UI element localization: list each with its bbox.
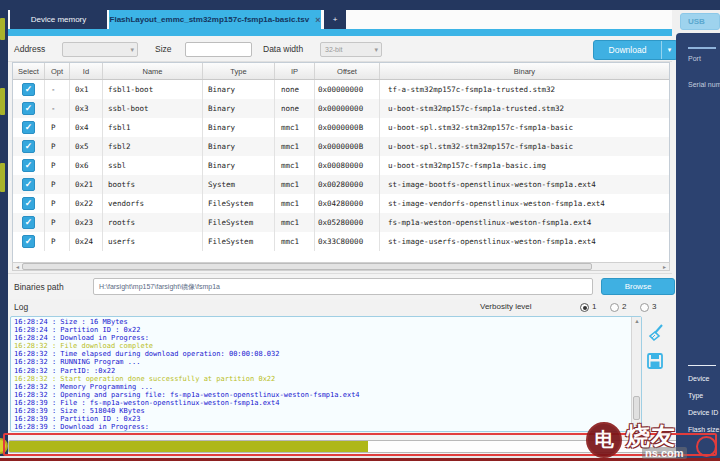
cell-offset: 0x00000000 bbox=[315, 80, 380, 99]
col-header-ip[interactable]: IP bbox=[275, 63, 315, 79]
table-row[interactable]: ✓P0x22vendorfsFileSystemmmc10x04280000st… bbox=[13, 194, 669, 213]
table-row[interactable]: ✓-0x3ssbl-bootBinarynone0x00000000u-boot… bbox=[13, 99, 669, 118]
size-input[interactable] bbox=[185, 42, 252, 57]
left-icon-fragment bbox=[0, 163, 5, 192]
tab-add[interactable]: + bbox=[324, 10, 346, 29]
table-row[interactable]: ✓P0x6ssblBinarymmc10x00080000u-boot-stm3… bbox=[13, 156, 669, 175]
cell-binary: u-boot-spl.stm32-stm32mp157c-fsmp1a-basi… bbox=[380, 118, 669, 137]
verbosity-radio-3[interactable] bbox=[640, 303, 649, 312]
row-checkbox[interactable]: ✓ bbox=[22, 159, 35, 172]
scroll-up-icon[interactable]: ▲ bbox=[632, 317, 642, 326]
row-checkbox[interactable]: ✓ bbox=[22, 140, 35, 153]
hscrollbar-thumb[interactable] bbox=[22, 263, 592, 270]
chevron-down-icon: ▾ bbox=[130, 46, 134, 54]
broom-icon bbox=[646, 322, 668, 344]
cell-name: fsbl1-boot bbox=[103, 80, 203, 99]
cell-opt: P bbox=[45, 156, 70, 175]
scroll-left-icon[interactable]: ◂ bbox=[13, 263, 22, 270]
log-scrollbar-thumb[interactable] bbox=[633, 396, 640, 420]
log-line: 16:28:24 : Partition ID : 0x22 bbox=[14, 326, 629, 334]
verbosity-radio-2[interactable] bbox=[610, 303, 619, 312]
table-row[interactable]: ✓-0x1fsbl1-bootBinarynone0x00000000tf-a-… bbox=[13, 80, 669, 99]
serial-number-label: Serial numb bbox=[688, 81, 720, 88]
scroll-down-icon[interactable]: ▼ bbox=[632, 422, 642, 431]
log-line: 16:28:32 : RUNNING Program ... bbox=[14, 358, 629, 366]
row-checkbox[interactable]: ✓ bbox=[22, 121, 35, 134]
usb-interface-select[interactable]: USB bbox=[680, 13, 720, 30]
tab-flashlayout[interactable]: FlashLayout_emmc_stm32mp157c-fsmp1a-basi… bbox=[109, 10, 321, 29]
download-button[interactable]: Download ▾ bbox=[593, 40, 678, 60]
row-checkbox[interactable]: ✓ bbox=[22, 102, 35, 115]
cell-opt: - bbox=[45, 80, 70, 99]
cell-name: bootfs bbox=[103, 175, 203, 194]
progress-bar bbox=[8, 440, 687, 453]
log-scrollbar[interactable]: ▲ ▼ bbox=[631, 317, 641, 431]
row-checkbox[interactable]: ✓ bbox=[22, 178, 35, 191]
cell-opt: P bbox=[45, 118, 70, 137]
stm32cubeprogrammer-window: Device memory FlashLayout_emmc_stm32mp15… bbox=[0, 0, 720, 461]
panel-divider bbox=[688, 47, 716, 49]
table-row[interactable]: ✓P0x4fsbl1Binarymmc10x0000000Bu-boot-spl… bbox=[13, 118, 669, 137]
cell-id: 0x23 bbox=[70, 213, 103, 232]
table-row[interactable]: ✓P0x21bootfsSystemmmc10x00280000st-image… bbox=[13, 175, 669, 194]
address-select[interactable]: ▾ bbox=[62, 42, 138, 57]
cell-ip: none bbox=[275, 80, 315, 99]
log-line: 16:28:32 : Memory Programming ... bbox=[14, 383, 629, 391]
cell-name: vendorfs bbox=[103, 194, 203, 213]
binaries-path-row: Binaries path H:\farsight\mp157\farsight… bbox=[8, 273, 672, 299]
binaries-path-input[interactable]: H:\farsight\mp157\farsight\镜像\fsmp1a bbox=[93, 278, 593, 295]
col-header-type[interactable]: Type bbox=[203, 63, 275, 79]
table-row[interactable]: ✓P0x23rootfsFileSystemmmc10x05280000fs-m… bbox=[13, 213, 669, 232]
cell-binary: u-boot-stm32mp157c-fsmp1a-trusted.stm32 bbox=[380, 99, 669, 118]
clear-log-button[interactable] bbox=[646, 322, 670, 346]
cell-offset: 0x33C80000 bbox=[315, 232, 380, 251]
col-header-id[interactable]: Id bbox=[70, 63, 103, 79]
download-dropdown-arrow[interactable]: ▾ bbox=[661, 41, 677, 59]
tab-device-memory[interactable]: Device memory bbox=[10, 10, 107, 29]
address-label: Address bbox=[14, 44, 45, 54]
row-checkbox[interactable]: ✓ bbox=[22, 197, 35, 210]
table-hscrollbar[interactable]: ◂ ▸ bbox=[12, 262, 670, 271]
table-row[interactable]: ✓P0x5fsbl2Binarymmc10x0000000Bu-boot-spl… bbox=[13, 137, 669, 156]
scroll-right-icon[interactable]: ▸ bbox=[660, 263, 669, 270]
col-header-opt[interactable]: Opt bbox=[45, 63, 70, 79]
row-checkbox[interactable]: ✓ bbox=[22, 235, 35, 248]
accent-band bbox=[8, 29, 672, 36]
log-line: 16:28:32 : Start operation done successf… bbox=[14, 375, 629, 383]
col-header-binary[interactable]: Binary bbox=[380, 63, 669, 79]
log-actions bbox=[646, 322, 672, 392]
table-row[interactable]: ✓P0x24userfsFileSystemmmc10x33C80000st-i… bbox=[13, 232, 669, 251]
verbosity-radio-1[interactable] bbox=[580, 303, 589, 312]
cell-ip: none bbox=[275, 99, 315, 118]
cell-ip: mmc1 bbox=[275, 232, 315, 251]
tab-bar: Device memory FlashLayout_emmc_stm32mp15… bbox=[8, 10, 672, 29]
log-output[interactable]: 16:28:24 : Size : 16 MBytes16:28:24 : Pa… bbox=[10, 316, 642, 432]
log-label: Log bbox=[14, 302, 28, 312]
cell-offset: 0x00000000 bbox=[315, 99, 380, 118]
browse-button[interactable]: Browse bbox=[601, 278, 675, 295]
log-lines: 16:28:24 : Size : 16 MBytes16:28:24 : Pa… bbox=[14, 318, 629, 431]
panel-divider bbox=[688, 365, 716, 366]
col-header-offset[interactable]: Offset bbox=[315, 63, 380, 79]
data-width-select[interactable]: 32-bit ▾ bbox=[320, 42, 382, 57]
col-header-select[interactable]: Select bbox=[13, 63, 45, 79]
log-line: 16:28:39 : Partition ID : 0x23 bbox=[14, 415, 629, 423]
binaries-path-value: H:\farsight\mp157\farsight\镜像\fsmp1a bbox=[99, 282, 220, 292]
row-checkbox[interactable]: ✓ bbox=[22, 216, 35, 229]
row-checkbox[interactable]: ✓ bbox=[22, 83, 35, 96]
log-header: Log Verbosity level 1 2 3 bbox=[8, 299, 672, 316]
save-log-button[interactable] bbox=[646, 352, 670, 376]
cell-ip: mmc1 bbox=[275, 118, 315, 137]
browse-label: Browse bbox=[625, 282, 652, 291]
left-icon-fragment bbox=[0, 88, 5, 115]
cell-binary: st-image-userfs-openstlinux-weston-fsmp1… bbox=[380, 232, 669, 251]
cell-id: 0x6 bbox=[70, 156, 103, 175]
verbosity-1-label: 1 bbox=[592, 302, 596, 311]
device-id-label: Device ID bbox=[688, 409, 718, 416]
tab-close-icon[interactable]: × bbox=[315, 15, 320, 25]
cell-opt: P bbox=[45, 137, 70, 156]
cell-name: ssbl-boot bbox=[103, 99, 203, 118]
log-line: 16:28:24 : Download in Progress: bbox=[14, 334, 629, 342]
cell-name: rootfs bbox=[103, 213, 203, 232]
col-header-name[interactable]: Name bbox=[103, 63, 203, 79]
